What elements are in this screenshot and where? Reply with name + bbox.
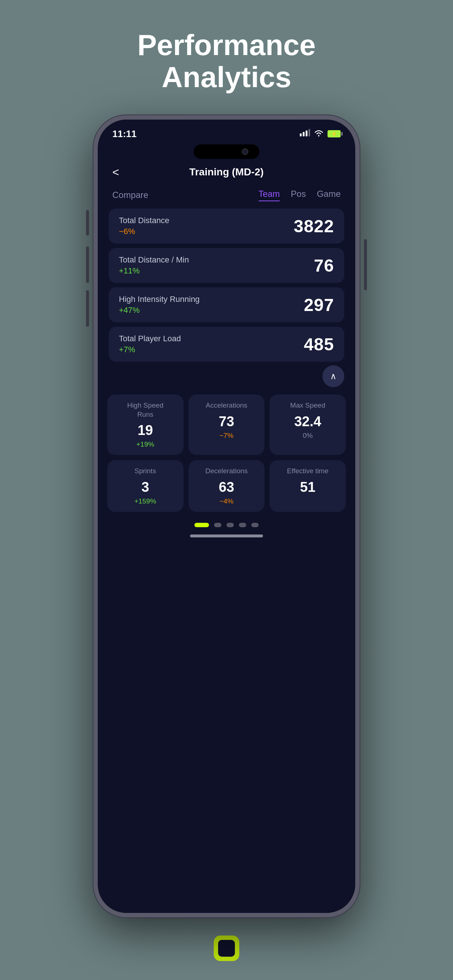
mini-name-decelerations: Decelerations xyxy=(195,467,259,476)
mini-card-decelerations: Decelerations 63 −4% xyxy=(188,460,265,512)
stat-card-distance-min: Total Distance / Min +11% 76 xyxy=(109,248,344,283)
mini-card-accelerations: Accelerations 73 −7% xyxy=(188,395,265,455)
mini-value-high-speed-runs: 19 xyxy=(113,423,178,438)
stat-card-total-distance: Total Distance −6% 3822 xyxy=(109,208,344,243)
dot-3[interactable] xyxy=(226,523,234,527)
mini-value-max-speed: 32.4 xyxy=(275,414,340,430)
status-icons: ⚡ xyxy=(300,129,341,139)
stat-name-player-load: Total Player Load xyxy=(119,334,181,344)
svg-rect-2 xyxy=(306,130,308,136)
mini-change-sprints: +159% xyxy=(113,497,178,505)
stat-change-player-load: +7% xyxy=(119,345,181,355)
nav-header: < Training (MD-2) xyxy=(98,159,355,185)
logo-icon xyxy=(210,932,243,965)
stat-value-player-load: 485 xyxy=(304,334,334,355)
stat-card-left: Total Distance / Min +11% xyxy=(119,255,189,275)
phone-screen: 11:11 xyxy=(98,119,355,913)
svg-rect-1 xyxy=(303,132,305,136)
volume-up-button[interactable] xyxy=(86,247,89,283)
mini-name-accelerations: Accelerations xyxy=(195,401,259,410)
mini-change-accelerations: −7% xyxy=(195,432,259,440)
mini-card-effective-time: Effective time 51 xyxy=(270,460,346,512)
tab-group: Team Pos Game xyxy=(258,189,341,201)
status-bar: 11:11 xyxy=(98,119,355,142)
chevron-up-icon: ∧ xyxy=(330,371,337,381)
dynamic-island xyxy=(194,145,259,159)
mini-name-sprints: Sprints xyxy=(113,467,178,476)
bottom-logo xyxy=(210,932,243,965)
stat-name-distance-min: Total Distance / Min xyxy=(119,255,189,265)
svg-rect-3 xyxy=(309,129,310,136)
status-time: 11:11 xyxy=(112,128,137,140)
mini-card-max-speed: Max Speed 32.4 0% xyxy=(270,395,346,455)
title-line2: Analytics xyxy=(161,61,292,93)
dot-1[interactable] xyxy=(195,523,209,527)
stat-card-left: Total Distance −6% xyxy=(119,216,169,236)
mini-value-effective-time: 51 xyxy=(275,479,340,495)
phone-wrapper: 11:11 xyxy=(93,115,360,917)
mini-value-accelerations: 73 xyxy=(195,414,259,430)
volume-mute-button[interactable] xyxy=(86,210,89,235)
mini-change-max-speed: 0% xyxy=(275,432,340,440)
stat-value-hi-running: 297 xyxy=(304,295,334,315)
battery-icon: ⚡ xyxy=(327,130,341,137)
page-title-block: Performance Analytics xyxy=(137,0,316,93)
stat-card-player-load: Total Player Load +7% 485 xyxy=(109,327,344,362)
dot-5[interactable] xyxy=(251,523,258,527)
svg-rect-0 xyxy=(300,134,301,136)
compare-label: Compare xyxy=(112,190,148,200)
stat-change-hi-running: +47% xyxy=(119,305,199,315)
dot-4[interactable] xyxy=(239,523,246,527)
home-indicator[interactable] xyxy=(190,535,263,538)
mini-value-decelerations: 63 xyxy=(195,479,259,495)
stats-list: Total Distance −6% 3822 Total Distance /… xyxy=(98,208,355,362)
mini-name-max-speed: Max Speed xyxy=(275,401,340,410)
stat-change-distance-min: +11% xyxy=(119,266,189,275)
mini-card-sprints: Sprints 3 +159% xyxy=(107,460,183,512)
title-line1: Performance xyxy=(137,29,316,61)
stat-name-total-distance: Total Distance xyxy=(119,216,169,225)
stat-value-distance-min: 76 xyxy=(314,256,334,275)
mini-stats-grid: High SpeedRuns 19 +19% Accelerations 73 … xyxy=(98,391,355,515)
stat-card-left: High Intensity Running +47% xyxy=(119,294,199,315)
nav-title: Training (MD-2) xyxy=(189,166,264,178)
stat-card-left: Total Player Load +7% xyxy=(119,334,181,355)
signal-icon xyxy=(300,129,310,138)
dot-2[interactable] xyxy=(214,523,222,527)
chevron-up-section: ∧ xyxy=(98,362,355,391)
chevron-up-button[interactable]: ∧ xyxy=(322,365,344,387)
phone-frame: 11:11 xyxy=(93,115,360,917)
mini-name-high-speed-runs: High SpeedRuns xyxy=(113,401,178,419)
power-button[interactable] xyxy=(364,239,367,290)
volume-down-button[interactable] xyxy=(86,290,89,327)
wifi-icon xyxy=(314,129,324,139)
mini-card-high-speed-runs: High SpeedRuns 19 +19% xyxy=(107,395,183,455)
page-dots xyxy=(98,523,355,527)
tab-game[interactable]: Game xyxy=(317,189,341,201)
stat-card-hi-running: High Intensity Running +47% 297 xyxy=(109,287,344,322)
stat-change-total-distance: −6% xyxy=(119,227,169,236)
stat-value-total-distance: 3822 xyxy=(293,216,334,236)
tab-pos[interactable]: Pos xyxy=(291,189,306,201)
tab-team[interactable]: Team xyxy=(258,189,280,201)
mini-change-decelerations: −4% xyxy=(195,497,259,505)
back-button[interactable]: < xyxy=(112,165,119,179)
svg-rect-5 xyxy=(218,940,235,957)
mini-change-high-speed-runs: +19% xyxy=(113,441,178,449)
compare-section: Compare Team Pos Game xyxy=(98,185,355,208)
mini-value-sprints: 3 xyxy=(113,479,178,495)
stat-name-hi-running: High Intensity Running xyxy=(119,294,199,304)
mini-name-effective-time: Effective time xyxy=(275,467,340,476)
